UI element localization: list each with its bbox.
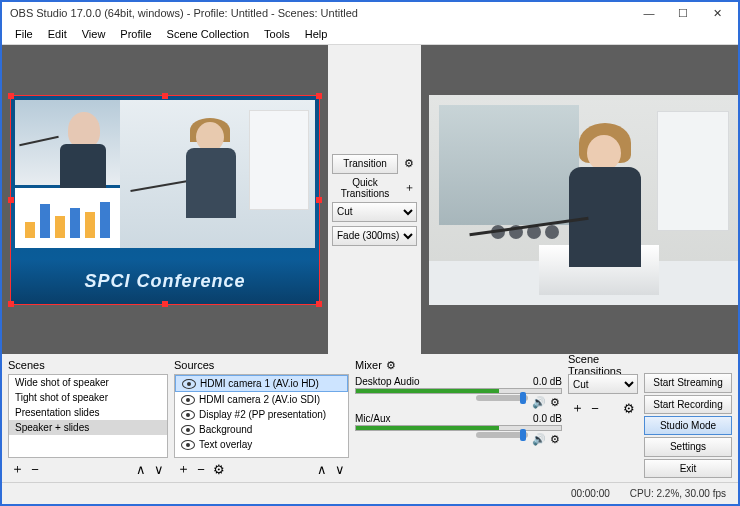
conference-banner: SPCI Conference xyxy=(11,260,319,304)
resize-handle[interactable] xyxy=(8,197,14,203)
track-settings-icon[interactable]: ⚙ xyxy=(548,432,562,446)
status-time: 00:00:00 xyxy=(571,488,610,499)
menu-view[interactable]: View xyxy=(75,26,113,42)
mixer-settings-icon[interactable]: ⚙ xyxy=(386,359,396,372)
start-streaming-button[interactable]: Start Streaming xyxy=(644,373,732,392)
visibility-icon[interactable] xyxy=(181,425,195,435)
remove-scene-icon[interactable]: − xyxy=(28,462,42,477)
quick-transition-fade[interactable]: Fade (300ms) xyxy=(332,226,417,246)
track-settings-icon[interactable]: ⚙ xyxy=(548,395,562,409)
resize-handle[interactable] xyxy=(316,93,322,99)
menu-scene-collection[interactable]: Scene Collection xyxy=(160,26,257,42)
mixer-header: Mixer xyxy=(355,359,382,371)
menu-file[interactable]: File xyxy=(8,26,40,42)
sources-panel: Sources HDMI camera 1 (AV.io HD) HDMI ca… xyxy=(174,356,349,480)
program-canvas[interactable]: SPCI Conference xyxy=(10,95,320,305)
mixer-track: Mic/Aux0.0 dB 🔊⚙ xyxy=(355,413,562,446)
source-label: HDMI camera 1 (AV.io HD) xyxy=(200,378,319,389)
source-label: Text overlay xyxy=(199,439,252,450)
visibility-icon[interactable] xyxy=(182,379,196,389)
menu-help[interactable]: Help xyxy=(298,26,335,42)
studio-mode-button[interactable]: Studio Mode xyxy=(644,416,732,435)
scene-item[interactable]: Tight shot of speaker xyxy=(9,390,167,405)
source-item[interactable]: HDMI camera 2 (AV.io SDI) xyxy=(175,392,348,407)
scenes-panel: Scenes Wide shot of speaker Tight shot o… xyxy=(8,356,168,480)
scene-up-icon[interactable]: ∧ xyxy=(134,462,148,477)
visibility-icon[interactable] xyxy=(181,395,195,405)
volume-slider[interactable] xyxy=(476,432,528,438)
live-canvas xyxy=(429,95,739,305)
scene-item-selected[interactable]: Speaker + slides xyxy=(9,420,167,435)
settings-button[interactable]: Settings xyxy=(644,437,732,456)
add-quick-transition-icon[interactable]: ＋ xyxy=(401,180,417,196)
title-bar: OBS Studio 17.0.0 (64bit, windows) - Pro… xyxy=(2,2,738,24)
resize-handle[interactable] xyxy=(316,197,322,203)
track-db: 0.0 dB xyxy=(533,376,562,387)
quick-transitions-label: Quick Transitions xyxy=(332,177,398,199)
speaker-icon[interactable]: 🔊 xyxy=(532,432,546,446)
mixer-track: Desktop Audio0.0 dB 🔊⚙ xyxy=(355,376,562,409)
add-source-icon[interactable]: ＋ xyxy=(176,460,190,478)
sources-list[interactable]: HDMI camera 1 (AV.io HD) HDMI camera 2 (… xyxy=(174,374,349,458)
transition-settings-icon[interactable]: ⚙ xyxy=(401,156,417,172)
quick-transition-cut[interactable]: Cut xyxy=(332,202,417,222)
source-label: Display #2 (PP presentation) xyxy=(199,409,326,420)
visibility-icon[interactable] xyxy=(181,440,195,450)
resize-handle[interactable] xyxy=(162,301,168,307)
menu-tools[interactable]: Tools xyxy=(257,26,297,42)
volume-slider[interactable] xyxy=(476,395,528,401)
source-label: Background xyxy=(199,424,252,435)
status-cpu: CPU: 2.2%, 30.00 fps xyxy=(630,488,726,499)
menu-bar: File Edit View Profile Scene Collection … xyxy=(2,24,738,45)
source-settings-icon[interactable]: ⚙ xyxy=(212,462,226,477)
status-bar: 00:00:00 CPU: 2.2%, 30.00 fps xyxy=(2,482,738,504)
scene-item[interactable]: Wide shot of speaker xyxy=(9,375,167,390)
scenes-list[interactable]: Wide shot of speaker Tight shot of speak… xyxy=(8,374,168,458)
source-item[interactable]: Text overlay xyxy=(175,437,348,452)
transition-props-icon[interactable]: ⚙ xyxy=(622,401,636,416)
source-down-icon[interactable]: ∨ xyxy=(333,462,347,477)
resize-handle[interactable] xyxy=(316,301,322,307)
window-title: OBS Studio 17.0.0 (64bit, windows) - Pro… xyxy=(10,7,632,19)
audio-meter xyxy=(355,388,562,394)
menu-edit[interactable]: Edit xyxy=(41,26,74,42)
track-db: 0.0 dB xyxy=(533,413,562,424)
sources-header: Sources xyxy=(174,356,349,374)
exit-button[interactable]: Exit xyxy=(644,459,732,478)
bottom-docks: Scenes Wide shot of speaker Tight shot o… xyxy=(2,354,738,482)
speaker-icon[interactable]: 🔊 xyxy=(532,395,546,409)
maximize-button[interactable]: ☐ xyxy=(666,3,700,23)
source-item-selected[interactable]: HDMI camera 1 (AV.io HD) xyxy=(175,375,348,392)
mixer-panel: Mixer ⚙ Desktop Audio0.0 dB 🔊⚙ Mic/Aux0.… xyxy=(355,356,562,480)
visibility-icon[interactable] xyxy=(181,410,195,420)
add-transition-icon[interactable]: ＋ xyxy=(570,399,584,417)
scene-transitions-panel: Scene Transitions Cut ＋ − ⚙ xyxy=(568,356,638,480)
scene-item[interactable]: Presentation slides xyxy=(9,405,167,420)
menu-profile[interactable]: Profile xyxy=(113,26,158,42)
scene-down-icon[interactable]: ∨ xyxy=(152,462,166,477)
control-buttons: Start Streaming Start Recording Studio M… xyxy=(644,356,732,480)
transition-button[interactable]: Transition xyxy=(332,154,398,174)
start-recording-button[interactable]: Start Recording xyxy=(644,395,732,414)
scene-transitions-header: Scene Transitions xyxy=(568,356,638,374)
source-label: HDMI camera 2 (AV.io SDI) xyxy=(199,394,320,405)
minimize-button[interactable]: — xyxy=(632,3,666,23)
source-up-icon[interactable]: ∧ xyxy=(315,462,329,477)
scene-transition-select[interactable]: Cut xyxy=(568,374,638,394)
source-item[interactable]: Display #2 (PP presentation) xyxy=(175,407,348,422)
resize-handle[interactable] xyxy=(8,93,14,99)
remove-transition-icon[interactable]: − xyxy=(588,401,602,416)
resize-handle[interactable] xyxy=(8,301,14,307)
remove-source-icon[interactable]: − xyxy=(194,462,208,477)
transition-controls: Transition ⚙ Quick Transitions ＋ Cut Fad… xyxy=(328,45,421,354)
close-button[interactable]: ✕ xyxy=(700,3,734,23)
track-name: Desktop Audio xyxy=(355,376,533,387)
resize-handle[interactable] xyxy=(162,93,168,99)
audio-meter xyxy=(355,425,562,431)
preview-area: SPCI Conference Transition ⚙ Quick Trans… xyxy=(2,45,738,354)
track-name: Mic/Aux xyxy=(355,413,533,424)
add-scene-icon[interactable]: ＋ xyxy=(10,460,24,478)
source-item[interactable]: Background xyxy=(175,422,348,437)
live-preview-panel[interactable] xyxy=(421,45,740,354)
program-preview-panel[interactable]: SPCI Conference xyxy=(2,45,328,354)
